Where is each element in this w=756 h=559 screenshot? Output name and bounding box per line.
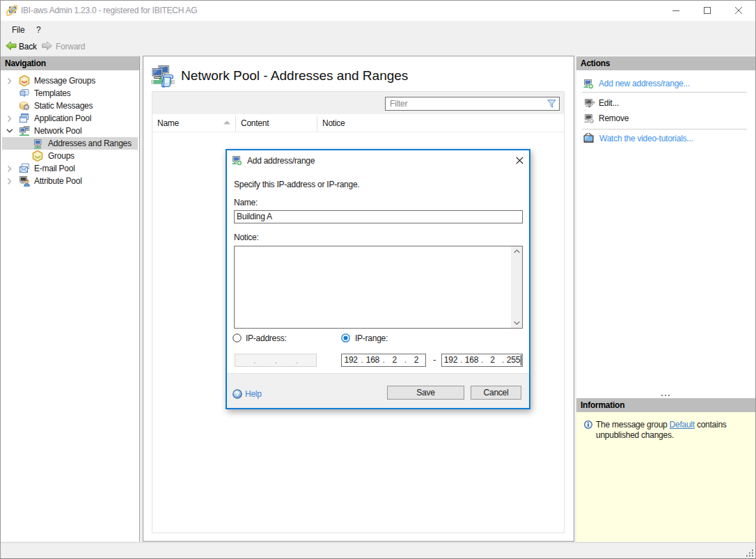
svg-text:?: ? bbox=[235, 390, 239, 397]
